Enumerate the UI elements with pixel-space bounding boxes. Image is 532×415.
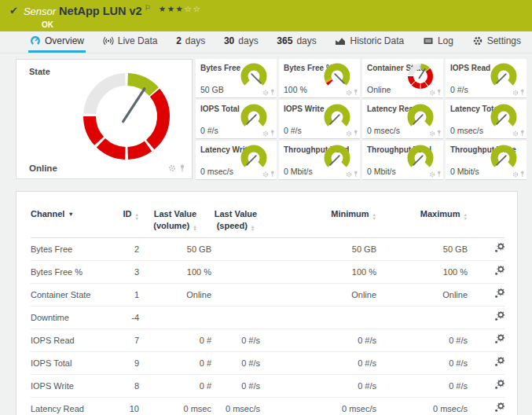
pin-icon[interactable] [270,130,275,137]
table-row-bytes-free-: Bytes Free %3100 %100 %100 % [31,260,504,283]
cell-channel-settings[interactable] [468,397,504,415]
cell-channel: IOPS Read [31,329,109,351]
column-header-last-value-speed-[interactable]: Last Value(speed)▲▼ [211,201,260,237]
channel-settings-icon[interactable] [494,334,504,344]
gear-icon[interactable] [262,90,269,96]
pin-icon[interactable] [354,89,358,96]
gauge-panel-iops-write[interactable]: IOPS Write0 #/s [279,100,360,139]
pin-icon[interactable] [520,130,525,137]
historic-data-icon [335,35,346,46]
gauge-panel-latency-read[interactable]: Latency Read0 msec/s [362,100,443,139]
cell-maximum: 0 #/s [376,329,468,351]
star-empty-icon[interactable]: ☆ [193,4,201,13]
pin-icon[interactable] [270,171,275,178]
gear-icon[interactable] [346,130,352,137]
gauge-panel-container-state[interactable]: Container StateOnline [362,59,443,98]
pin-icon[interactable] [179,164,185,173]
cell-channel-settings[interactable] [468,374,504,397]
gear-icon[interactable] [512,171,519,178]
channel-settings-icon[interactable] [494,243,504,253]
gauge-panel-latency-write[interactable]: Latency Write0 msec/s [196,141,277,180]
cell-channel-settings[interactable] [468,306,504,329]
tab-365-days[interactable]: 365 days [275,31,317,53]
gauge-panel-throughput-read[interactable]: Throughput Read0 Mbit/s [279,141,360,180]
pin-icon[interactable] [354,171,358,178]
column-header-channel[interactable]: Channel▼ [31,201,109,237]
channel-settings-icon[interactable] [494,380,504,390]
star-filled-icon[interactable]: ★ [167,4,176,13]
gauge-panel-throughput-total[interactable]: Throughput Total0 Mbit/s [362,141,443,180]
column-header-minimum[interactable]: Minimum▲▼ [260,201,376,237]
pin-icon[interactable] [437,130,442,137]
star-empty-icon[interactable]: ☆ [185,4,193,13]
cell-last-value-speed [211,306,260,329]
pin-icon[interactable] [354,130,358,137]
tab-number: 2 [176,35,182,46]
cell-channel-settings[interactable] [468,283,504,306]
star-filled-icon[interactable]: ★ [159,4,167,13]
gauge-panel-bytes-free[interactable]: Bytes Free50 GB [196,59,277,98]
channel-settings-icon[interactable] [494,311,504,321]
star-filled-icon[interactable]: ★ [176,4,185,13]
flag-icon[interactable]: ⚐ [145,4,151,12]
tab-log[interactable]: Log [421,31,455,53]
gauge-panel-iops-total[interactable]: IOPS Total0 #/s [196,100,277,139]
tab-label: Live Data [118,35,158,46]
channel-settings-icon[interactable] [494,357,504,367]
gear-icon[interactable] [512,130,519,137]
pin-icon[interactable] [437,171,442,178]
gear-icon[interactable] [262,130,269,137]
cell-last-value-volume: 50 GB [139,237,211,260]
table-row-bytes-free: Bytes Free250 GB50 GB50 GB [31,237,504,260]
cell-channel-settings[interactable] [468,237,504,260]
gauge-value: Online [367,85,391,94]
pin-icon[interactable] [520,171,525,178]
tab-settings[interactable]: Settings [471,31,523,53]
tab-live-data[interactable]: Live Data [101,31,160,53]
channel-settings-icon[interactable] [494,288,504,299]
cell-channel-settings[interactable] [468,260,504,283]
gauge-dial [406,62,435,90]
gauge-panel-latency-total[interactable]: Latency Total0 msec/s [446,100,526,139]
gear-icon[interactable] [512,90,519,96]
channel-settings-icon[interactable] [494,266,504,276]
gauge-value: 0 #/s [200,126,218,135]
priority-stars[interactable]: ★★★☆☆ [159,4,202,13]
pin-icon[interactable] [270,89,275,96]
cell-minimum: 0 #/s [260,374,376,397]
gauge-panel-iops-read[interactable]: IOPS Read0 #/s [446,59,526,98]
gauge-value: 0 Mbit/s [367,167,396,176]
column-header-id[interactable]: ID▲▼ [109,201,139,237]
tab-30-days[interactable]: 30 days [222,31,260,53]
cell-minimum [260,306,376,329]
ok-check-icon: ✔ [9,5,18,17]
gear-icon[interactable] [262,171,269,178]
pin-icon[interactable] [520,89,525,96]
column-header-last-value-volume-[interactable]: Last Value(volume)▲▼ [139,201,211,237]
cell-channel: IOPS Write [31,374,109,397]
gauge-value: 0 msec/s [450,126,483,135]
tab-historic-data[interactable]: Historic Data [333,31,405,53]
gear-icon[interactable] [168,164,176,172]
column-header-maximum[interactable]: Maximum▲▼ [376,201,468,237]
gauge-panel-bytes-free-[interactable]: Bytes Free %100 % [279,59,360,98]
gauge-panel-throughput-write[interactable]: Throughput Write0 Mbit/s [446,141,526,180]
tab-overview[interactable]: Overview [28,31,86,53]
channel-table: Channel▼ID▲▼Last Value(volume)▲▼Last Val… [31,201,504,415]
gauge-dial [323,144,351,172]
sensor-title: NetApp LUN v2 [59,5,142,17]
gear-icon[interactable] [346,171,352,178]
pin-icon[interactable] [437,89,442,96]
gear-icon[interactable] [429,90,435,96]
cell-channel: IOPS Total [31,351,109,374]
channel-settings-icon[interactable] [494,402,504,413]
cell-channel-settings[interactable] [468,329,504,351]
gear-icon[interactable] [429,130,435,137]
tab-number: 365 [277,35,292,46]
gear-icon[interactable] [429,171,435,178]
cell-channel-settings[interactable] [468,351,504,374]
tab-2-days[interactable]: 2 days [174,31,207,53]
tab-label: Settings [487,35,521,46]
gear-icon[interactable] [346,90,352,96]
cell-last-value-volume: 0 # [139,374,211,397]
